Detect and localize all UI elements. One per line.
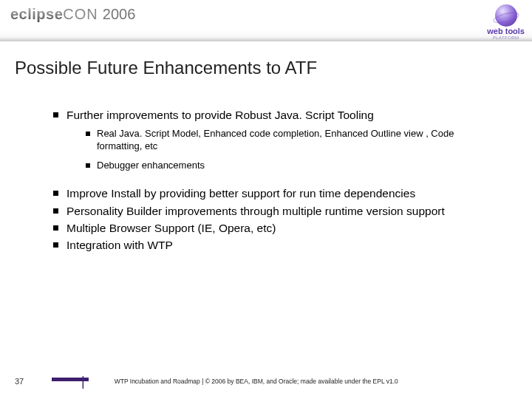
footer-divider-icon: | [37,374,115,389]
bullet-item: Multiple Browser Support (IE, Opera, etc… [53,221,488,235]
slide-footer: 37 | WTP Incubation and Roadmap | © 2006… [0,374,532,389]
bullet-item: Improve Install by providing better supp… [53,186,488,200]
logo-brand-light: CON [63,6,98,22]
bullet-item: Further improvements to provide Robust J… [53,108,488,183]
webtools-label: web tools [487,27,525,35]
bullet-text: Further improvements to provide Robust J… [66,109,374,121]
webtools-logo: web tools PLATFORM [487,4,525,40]
sub-bullet-item: Real Java. Script Model, Enhanced code c… [86,128,488,152]
footer-text: WTP Incubation and Roadmap | © 2006 by B… [115,378,398,385]
webtools-sublabel: PLATFORM [487,35,525,40]
bullet-item: Integration with WTP [53,238,488,252]
logo-year: 2006 [103,6,136,23]
slide-header: eclipseCON 2006 web tools PLATFORM [0,0,532,41]
sub-bullet-item: Debugger enhancements [86,160,488,171]
slide-content: Further improvements to provide Robust J… [0,78,532,253]
logo-brand-dark: eclipse [10,6,63,23]
globe-icon [495,4,517,27]
bullet-item: Personality Builder improvements through… [53,204,488,218]
eclipsecon-logo: eclipseCON 2006 [10,6,135,23]
page-number: 37 [0,377,37,386]
slide-title: Possible Future Enhancements to ATF [0,41,532,78]
